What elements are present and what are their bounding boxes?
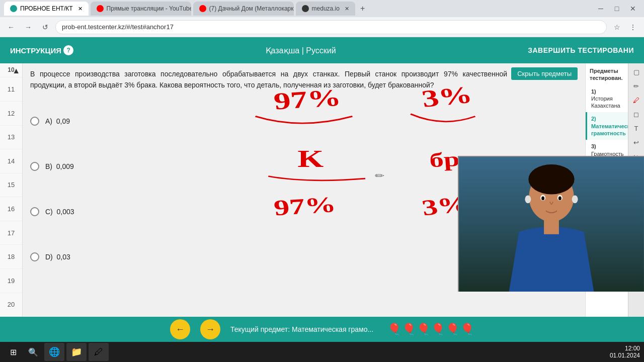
pencil-btn[interactable]: ✏	[630, 79, 643, 93]
svg-point-13	[558, 196, 561, 200]
finish-test-btn[interactable]: ЗАВЕРШИТЬ ТЕСТИРОВАНИ	[528, 46, 634, 54]
forward-btn[interactable]: →	[21, 20, 35, 34]
tab-label-dacha: (7) Дачный Дом (Металлокарк…	[209, 5, 294, 12]
tab-favicon-dacha	[199, 5, 206, 12]
row-14: 14	[0, 149, 22, 173]
webcam-svg	[458, 157, 644, 292]
menu-btn[interactable]: ⋮	[626, 20, 640, 34]
row-12: 12	[0, 102, 22, 126]
subjects-title: Предметы тестирован.	[586, 67, 628, 85]
current-subject-text: Текущий предмет: Математическая грамо...	[230, 325, 373, 333]
test-header: ИНСТРУКЦИЯ ? Қазақша | Русский ЗАВЕРШИТЬ…	[0, 37, 644, 63]
bottom-bar: ← → Текущий предмет: Математическая грам…	[0, 317, 644, 342]
subject-3-num: 3)	[591, 143, 624, 150]
marker-btn[interactable]: 🖊	[630, 94, 643, 107]
answer-d-label: D)	[45, 253, 57, 261]
subject-1-label: История Казахстана	[591, 95, 624, 110]
lang-label: Қазақша | Русский	[266, 46, 336, 55]
row-numbers: 10 ▲ 11 12 13 14 15 16 17 18 19 20	[0, 63, 23, 317]
toolbar-icons: ☆ ⋮	[610, 20, 640, 34]
question-text: В процессе производства заготовка послед…	[30, 68, 507, 91]
row-15: 15	[0, 173, 22, 198]
tab-youtube[interactable]: Прямые трансляции - YouTube ✕	[91, 2, 191, 16]
answer-a-label: А)	[45, 117, 56, 125]
answer-b-value: 0,009	[56, 162, 74, 170]
taskbar-date: 01.01.2024	[610, 352, 640, 359]
tab-dacha[interactable]: (7) Дачный Дом (Металлокарк… ✕	[193, 2, 294, 16]
row-13: 13	[0, 126, 22, 150]
bookmark-btn[interactable]: ☆	[610, 20, 624, 34]
radio-d[interactable]	[30, 252, 39, 261]
tab-label: ПРОБНОЕ ЕНТ/КТ	[20, 5, 73, 12]
subject-2-label: Математическая грамотность	[591, 123, 624, 137]
tab-favicon	[10, 5, 17, 12]
tab-close-btn[interactable]: ✕	[78, 6, 83, 12]
page-content: ИНСТРУКЦИЯ ? Қазақша | Русский ЗАВЕРШИТЬ…	[0, 37, 644, 342]
answer-d-value: 0,03	[57, 253, 70, 261]
next-question-btn[interactable]: →	[200, 319, 220, 339]
browser-titlebar: ПРОБНОЕ ЕНТ/КТ ✕ Прямые трансляции - You…	[0, 0, 644, 17]
prev-question-btn[interactable]: ←	[170, 319, 190, 339]
radio-b[interactable]	[30, 162, 39, 171]
tab-label-meduza: meduza.io	[312, 5, 340, 12]
row-19: 19	[0, 269, 22, 293]
browser-frame: ПРОБНОЕ ЕНТ/КТ ✕ Прямые трансляции - You…	[0, 0, 644, 362]
row-10: 10 ▲	[0, 63, 22, 77]
hide-subjects-btn[interactable]: Скрыть предметы	[511, 67, 578, 80]
subject-1-num: 1)	[591, 88, 624, 95]
tab-favicon-meduza	[302, 5, 309, 12]
svg-point-14	[525, 195, 531, 203]
taskbar: ⊞ 🔍 🌐 📁 🖊 12:00 01.01.2024	[0, 342, 644, 362]
minimize-btn[interactable]: ─	[594, 2, 608, 16]
taskbar-clock: 12:00	[610, 345, 640, 352]
answer-option-a[interactable]: А) 0,09	[30, 99, 578, 144]
webcam-overlay	[458, 156, 644, 292]
svg-point-9	[528, 164, 574, 195]
tab-favicon-yt	[97, 5, 104, 12]
svg-rect-16	[544, 219, 559, 234]
refresh-btn[interactable]: ↺	[38, 20, 52, 34]
eraser-btn[interactable]: ◻	[630, 108, 643, 121]
emoji-row: 🎈 🎈 🎈 🎈 🎈 🎈	[387, 323, 474, 336]
tab-meduza[interactable]: meduza.io ✕	[296, 2, 355, 16]
start-btn[interactable]: ⊞	[4, 343, 22, 361]
svg-point-12	[541, 196, 544, 200]
taskbar-notes[interactable]: 🖊	[89, 343, 109, 361]
lang-selector[interactable]: Қазақша | Русский	[73, 46, 528, 55]
answer-c-label: С)	[45, 208, 57, 216]
row-18: 18	[0, 245, 22, 269]
back-btn[interactable]: ←	[4, 20, 18, 34]
radio-a[interactable]	[30, 117, 39, 126]
maximize-btn[interactable]: □	[610, 2, 624, 16]
svg-point-15	[572, 195, 578, 203]
webcam-video	[459, 157, 644, 292]
radio-c[interactable]	[30, 207, 39, 216]
main-area: 10 ▲ 11 12 13 14 15 16 17 18 19 20 Скрыт…	[0, 63, 644, 317]
answer-c-value: 0,003	[57, 208, 74, 216]
instruction-button[interactable]: ИНСТРУКЦИЯ ?	[10, 45, 73, 55]
text-tool-btn[interactable]: T	[630, 122, 643, 135]
new-tab-button[interactable]: +	[357, 4, 368, 13]
instruction-label: ИНСТРУКЦИЯ	[10, 46, 61, 55]
taskbar-time: 12:00 01.01.2024	[610, 345, 640, 359]
taskbar-browser[interactable]: 🌐	[44, 343, 64, 361]
browser-toolbar: ← → ↺ ☆ ⋮	[0, 17, 644, 37]
subject-item-2[interactable]: 2) Математическая грамотность	[586, 112, 628, 140]
address-bar[interactable]	[55, 20, 607, 34]
subject-2-num: 2)	[591, 115, 624, 122]
answer-b-label: В)	[45, 162, 56, 170]
answer-a-value: 0,09	[56, 117, 70, 125]
select-tool-btn[interactable]: ▢	[630, 65, 643, 78]
instruction-icon: ?	[63, 45, 73, 55]
row-20: 20	[0, 293, 22, 317]
tab-active[interactable]: ПРОБНОЕ ЕНТ/КТ ✕	[4, 2, 89, 16]
tab-label-yt: Прямые трансляции - YouTube	[107, 5, 191, 12]
tab-close-meduza[interactable]: ✕	[345, 6, 349, 12]
taskbar-explorer[interactable]: 📁	[66, 343, 87, 361]
row-16: 16	[0, 197, 22, 221]
search-btn[interactable]: 🔍	[24, 343, 42, 361]
subject-item-1[interactable]: 1) История Казахстана	[586, 85, 628, 113]
finish-label: ЗАВЕРШИТЬ ТЕСТИРОВАНИ	[528, 46, 634, 54]
close-btn[interactable]: ✕	[626, 2, 640, 16]
undo-btn[interactable]: ↩	[630, 136, 643, 149]
